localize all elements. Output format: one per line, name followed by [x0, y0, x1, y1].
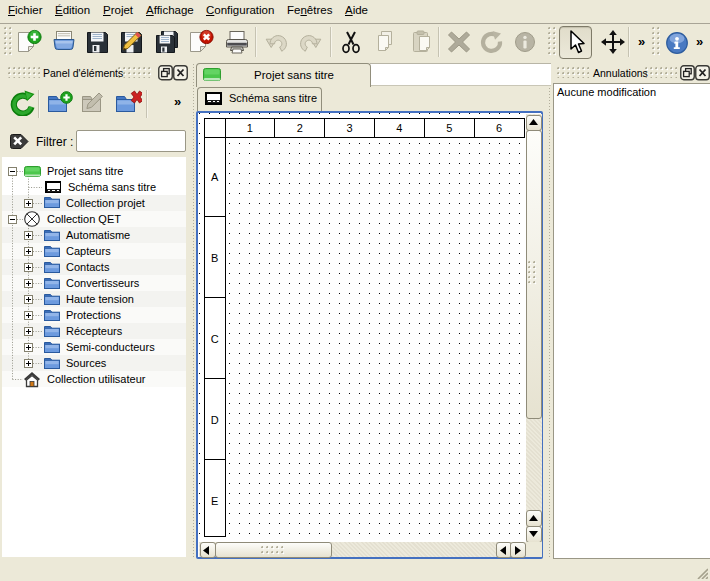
svg-text:Schéma sans titre: Schéma sans titre	[68, 181, 156, 193]
svg-text:C: C	[211, 333, 219, 345]
svg-text:D: D	[211, 414, 219, 426]
svg-text:Sources: Sources	[66, 357, 107, 369]
svg-text:Capteurs: Capteurs	[66, 245, 111, 257]
svg-text:B: B	[211, 252, 218, 264]
svg-text:A: A	[211, 171, 219, 183]
svg-text:Semi-conducteurs: Semi-conducteurs	[66, 341, 155, 353]
svg-text:2: 2	[297, 122, 303, 134]
svg-text:E: E	[211, 495, 218, 507]
svg-text:Contacts: Contacts	[66, 261, 110, 273]
svg-text:Automatisme: Automatisme	[66, 229, 130, 241]
svg-text:Convertisseurs: Convertisseurs	[66, 277, 140, 289]
svg-text:3: 3	[347, 122, 353, 134]
svg-text:Protections: Protections	[66, 309, 122, 321]
svg-text:5: 5	[446, 122, 452, 134]
svg-text:Collection projet: Collection projet	[66, 197, 145, 209]
svg-text:1: 1	[247, 122, 253, 134]
svg-text:Haute tension: Haute tension	[66, 293, 134, 305]
svg-text:Projet sans titre: Projet sans titre	[47, 165, 123, 177]
svg-text:4: 4	[396, 122, 402, 134]
svg-text:Collection QET: Collection QET	[47, 213, 121, 225]
svg-text:Collection utilisateur: Collection utilisateur	[47, 373, 146, 385]
svg-text:6: 6	[496, 122, 502, 134]
svg-text:Récepteurs: Récepteurs	[66, 325, 123, 337]
